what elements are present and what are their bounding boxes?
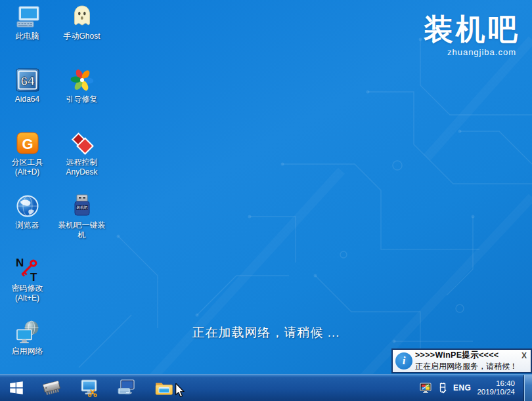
brand-logo: 装机吧 zhuangjiba.com [424,13,520,57]
notification-title: >>>>WinPE提示<<<< [415,350,499,361]
close-icon[interactable]: X [520,351,529,360]
desktop-icon-label: 引导修复 [66,95,98,104]
usb-eject-icon[interactable] [438,382,447,394]
nt-glyph-t: T [30,271,37,282]
usb-drive-icon: 装机吧 [69,193,95,219]
desktop-icon-grid: 此电脑 手动Ghost [0,1,109,379]
clock-time: 16:40 [477,379,515,388]
taskbar-button-on-screen-keyboard[interactable] [108,375,145,401]
on-screen-keyboard-icon [118,379,136,397]
desktop-icon-partition-tool[interactable]: G 分区工具(Alt+D) [0,127,55,190]
desktop-icon-boot-repair[interactable]: 引导修复 [55,64,109,127]
taskbar-button-screen-capture[interactable] [70,375,108,401]
desktop-icon-aida64[interactable]: 64 Aida64 [0,64,55,127]
start-button[interactable] [0,375,33,401]
language-indicator[interactable]: ENG [453,383,472,392]
taskbar-button-memory-chip[interactable] [33,375,70,401]
desktop-icon-label: 启用网络 [12,347,43,356]
usb-drive-glyph: 装机吧 [76,205,87,209]
desktop-icon-password-reset[interactable]: N T 密码修改(Alt+E) [0,253,55,316]
nt-glyph-n: N [16,257,24,269]
desktop-icon-this-pc[interactable]: 此电脑 [0,1,55,64]
windows-logo-icon [8,379,25,396]
display-settings-icon[interactable] [420,383,432,394]
info-icon: i [395,352,412,369]
desktop-icon-label: 浏览器 [16,221,39,230]
brand-logo-subtitle: zhuangjiba.com [424,47,520,57]
winpe-notification: i >>>>WinPE提示<<<< X 正在启用网络服务，请稍候！ [391,348,532,373]
desktop-icon-remote-control[interactable]: 远程控制AnyDesk [55,127,109,190]
aida64-glyph: 64 [20,74,35,88]
taskbar: ENG 16:40 2019/10/24 [0,374,532,401]
notification-message: 正在启用网络服务，请稍候！ [415,361,529,372]
aida64-icon: 64 [14,67,41,93]
file-explorer-icon [155,380,173,396]
diskgenius-glyph: G [22,136,33,152]
system-tray: ENG 16:40 2019/10/24 [420,375,532,401]
computer-icon [14,4,41,30]
memory-chip-icon [39,377,64,399]
taskbar-clock[interactable]: 16:40 2019/10/24 [477,379,515,396]
desktop-icon-label: 装机吧一键装机 [55,221,109,240]
pinwheel-icon [69,67,95,93]
globe-icon [14,193,41,219]
clock-date: 2019/10/24 [477,388,515,396]
diskgenius-icon: G [14,130,41,156]
show-desktop-button[interactable] [524,375,532,401]
desktop-icon-manual-ghost[interactable]: 手动Ghost [55,1,109,64]
notification-body: >>>>WinPE提示<<<< X 正在启用网络服务，请稍候！ [415,350,531,372]
desktop-icon-label: 远程控制AnyDesk [66,158,97,177]
desktop-icon-label: 分区工具(Alt+D) [12,158,43,177]
nt-key-icon: N T [14,256,41,282]
brand-logo-title: 装机吧 [424,13,520,46]
desktop-icon-label: 密码修改(Alt+E) [12,284,43,303]
ghost-icon [69,4,95,30]
desktop-icon-label: 此电脑 [16,32,39,41]
desktop-icon-label: Aida64 [15,95,39,104]
winpe-desktop: 装机吧 zhuangjiba.com 此电脑 [0,0,532,401]
taskbar-button-file-explorer[interactable] [145,375,183,401]
desktop-icon-one-click-install[interactable]: 装机吧 装机吧一键装机 [55,190,109,253]
anydesk-icon [69,130,95,156]
loading-status-text: 正在加载网络，请稍候 ... [0,324,532,341]
desktop-icon-browser[interactable]: 浏览器 [0,190,55,253]
screen-capture-icon [80,379,99,397]
desktop-icon-label: 手动Ghost [63,32,100,41]
